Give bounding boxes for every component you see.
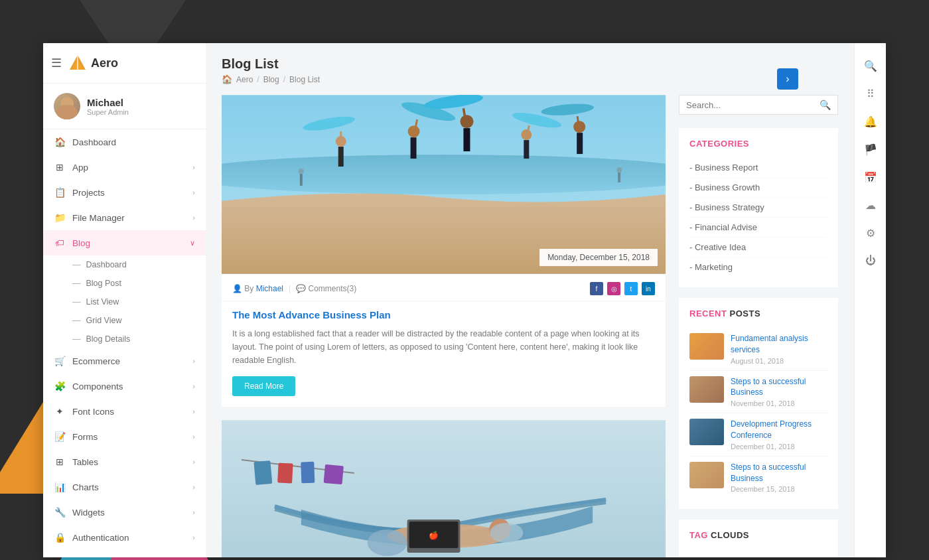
facebook-icon[interactable]: f [590, 282, 603, 295]
avatar [54, 93, 80, 119]
blog-card-2: 🍎 [222, 420, 666, 557]
category-item[interactable]: - Marketing [689, 257, 827, 277]
sidebar-item-label: Tables [72, 457, 98, 467]
sidebar-item-dashboard[interactable]: 🏠 Dashboard [43, 129, 206, 155]
sidebar-sub-grid-view[interactable]: — Grid View [43, 311, 206, 330]
sidebar-sub-blog-post[interactable]: — Blog Post [43, 274, 206, 293]
projects-icon: 📋 [54, 186, 66, 198]
arrow-icon: › [192, 357, 195, 365]
right-icon-notifications[interactable]: 🔔 [859, 109, 883, 133]
right-sidebar: 🔍 ⠿ 🔔 🏴 📅 ☁ ⚙ ⏻ [854, 43, 886, 557]
recent-post-2[interactable]: Steps to a successful Business November … [689, 371, 827, 414]
sidebar-item-label: Widgets [72, 508, 105, 518]
recent-post-4[interactable]: Steps to a successful Business December … [689, 456, 827, 499]
linkedin-icon[interactable]: in [642, 282, 655, 295]
category-item[interactable]: - Creative Idea [689, 238, 827, 257]
right-icon-flag[interactable]: 🏴 [859, 137, 883, 161]
arrow-icon: › [192, 533, 195, 541]
recent-post-1[interactable]: Fundamental analysis services August 01,… [689, 328, 827, 371]
right-icon-power[interactable]: ⏻ [859, 249, 883, 273]
user-role: Super Admin [87, 108, 129, 116]
svg-point-27 [616, 167, 622, 173]
svg-rect-6 [338, 147, 344, 167]
arrow-down-icon: ∨ [190, 239, 195, 247]
recent-post-date-2: November 01, 2018 [731, 399, 827, 407]
category-item[interactable]: - Business Growth [689, 178, 827, 198]
svg-rect-36 [253, 460, 272, 485]
svg-point-41 [490, 523, 523, 543]
sidebar-item-widgets[interactable]: 🔧 Widgets › [43, 500, 206, 525]
sidebar-item-label: Charts [72, 482, 99, 492]
sidebar-item-sample-pages[interactable]: 📄 Sample Pages › [43, 550, 206, 557]
breadcrumb-section[interactable]: Blog [263, 75, 279, 84]
category-item[interactable]: - Business Strategy [689, 198, 827, 218]
file-manager-icon: 📁 [54, 212, 66, 224]
ecommerce-icon: 🛒 [54, 355, 66, 367]
sidebar-sub-list-view[interactable]: — List View [43, 293, 206, 311]
svg-rect-38 [301, 462, 315, 484]
blog-author-1: 👤 By Michael [232, 284, 283, 293]
sidebar-item-label: App [72, 163, 88, 173]
tag-clouds-widget: TAG CLOUDS [679, 520, 838, 557]
search-input[interactable] [686, 100, 820, 110]
right-icon-grid[interactable]: ⠿ [859, 82, 883, 105]
sidebar-item-font-icons[interactable]: ✦ Font Icons › [43, 399, 206, 424]
sidebar-item-tables[interactable]: ⊞ Tables › [43, 449, 206, 474]
recent-post-date-4: December 15, 2018 [731, 485, 827, 493]
user-info: Michael Super Admin [87, 97, 129, 116]
breadcrumb-home[interactable]: Aero [236, 75, 253, 84]
svg-rect-10 [411, 137, 417, 159]
sidebar-nav: 🏠 Dashboard ⊞ App › 📋 Projects › 📁 File … [43, 129, 206, 557]
sidebar-header: ☰ Aero [43, 43, 206, 84]
blog-posts: Monday, December 15, 2018 👤 By Michael |… [222, 95, 666, 557]
sidebar-right: 🔍 CATEGORIES - Business Report - Busines… [679, 95, 838, 557]
top-nav-button[interactable]: › [777, 68, 798, 90]
category-item[interactable]: - Business Report [689, 158, 827, 178]
sidebar-item-charts[interactable]: 📊 Charts › [43, 474, 206, 500]
svg-rect-18 [524, 140, 529, 159]
home-icon: 🏠 [222, 74, 232, 84]
main-content: Blog List 🏠 Aero / Blog / Blog List › [206, 43, 854, 557]
right-icon-settings[interactable]: ⚙ [859, 221, 883, 245]
read-more-button-1[interactable]: Read More [232, 376, 295, 396]
logo-icon [68, 54, 87, 72]
blog-image-svg-2: 🍎 [222, 420, 666, 557]
sidebar-sub-blog-dashboard[interactable]: — Dashboard [43, 255, 206, 274]
content-layout: Monday, December 15, 2018 👤 By Michael |… [222, 95, 838, 557]
search-button[interactable]: 🔍 [820, 100, 831, 110]
instagram-icon[interactable]: ◎ [607, 282, 620, 295]
svg-rect-22 [577, 133, 583, 154]
blog-title-1[interactable]: The Most Advance Business Plan [232, 309, 655, 320]
sidebar-item-app[interactable]: ⊞ App › [43, 155, 206, 180]
sidebar-item-label: Forms [72, 432, 98, 442]
categories-title: CATEGORIES [689, 139, 827, 149]
sidebar-item-authentication[interactable]: 🔒 Authentication › [43, 525, 206, 550]
sidebar-item-file-manager[interactable]: 📁 File Manager › [43, 205, 206, 230]
right-icon-cloud[interactable]: ☁ [859, 193, 883, 217]
sidebar-item-label: Ecommerce [72, 356, 120, 366]
sidebar-item-label: Components [72, 382, 123, 391]
sidebar-item-ecommerce[interactable]: 🛒 Ecommerce › [43, 348, 206, 374]
sidebar-sub-blog-details[interactable]: — Blog Details [43, 330, 206, 348]
blog-image-svg-1 [222, 95, 666, 274]
page-header: Blog List 🏠 Aero / Blog / Blog List [222, 56, 838, 84]
svg-rect-14 [463, 128, 470, 151]
sidebar-item-projects[interactable]: 📋 Projects › [43, 180, 206, 205]
widgets-icon: 🔧 [54, 506, 66, 518]
sidebar-item-forms[interactable]: 📝 Forms › [43, 424, 206, 449]
recent-thumb-4 [689, 462, 724, 488]
sidebar-item-components[interactable]: 🧩 Components › [43, 374, 206, 399]
svg-rect-37 [277, 463, 293, 484]
right-icon-calendar[interactable]: 📅 [859, 165, 883, 189]
sidebar-item-blog[interactable]: 🏷 Blog ∨ [43, 230, 206, 255]
arrow-icon: › [192, 188, 195, 196]
recent-post-3[interactable]: Development Progress Conference December… [689, 413, 827, 456]
recent-post-date-3: December 01, 2018 [731, 443, 827, 451]
hamburger-icon[interactable]: ☰ [51, 56, 62, 70]
sidebar-item-label: Blog [72, 238, 90, 248]
twitter-icon[interactable]: t [624, 282, 638, 295]
right-icon-search[interactable]: 🔍 [859, 54, 883, 78]
category-item[interactable]: - Financial Advise [689, 218, 827, 238]
blog-comments-1: 💬 Comments(3) [296, 284, 356, 293]
sidebar-item-label: File Manager [72, 213, 125, 223]
